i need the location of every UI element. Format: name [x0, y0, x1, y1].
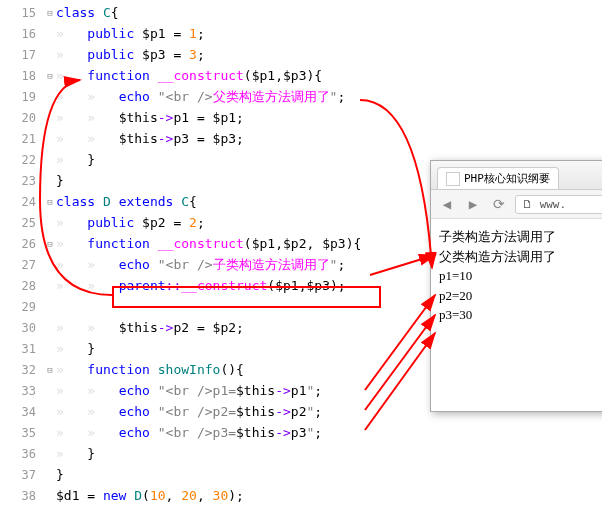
- code-content: class C{: [56, 5, 119, 20]
- code-line[interactable]: 36» }: [0, 443, 602, 464]
- code-content: » function showInfo(){: [56, 362, 244, 377]
- reload-button[interactable]: ⟳: [489, 194, 509, 214]
- line-number: 32: [0, 363, 44, 377]
- line-number: 36: [0, 447, 44, 461]
- fold-icon[interactable]: ⊟: [44, 365, 56, 375]
- line-number: 20: [0, 111, 44, 125]
- code-line[interactable]: 18⊟» function __construct($p1,$p3){: [0, 65, 602, 86]
- line-number: 17: [0, 48, 44, 62]
- code-content: » » parent::__construct($p1,$p3);: [56, 278, 346, 293]
- code-content: }: [56, 467, 64, 482]
- output-line: p2=20: [439, 286, 602, 306]
- code-line[interactable]: 16» public $p1 = 1;: [0, 23, 602, 44]
- code-line[interactable]: 17» public $p3 = 3;: [0, 44, 602, 65]
- line-number: 19: [0, 90, 44, 104]
- code-content: » }: [56, 446, 95, 461]
- line-number: 27: [0, 258, 44, 272]
- code-line[interactable]: 38$d1 = new D(10, 20, 30);: [0, 485, 602, 506]
- code-content: » public $p3 = 3;: [56, 47, 205, 62]
- tab-title: PHP核心知识纲要: [464, 171, 550, 186]
- fold-icon[interactable]: ⊟: [44, 71, 56, 81]
- line-number: 25: [0, 216, 44, 230]
- line-number: 16: [0, 27, 44, 41]
- code-content: }: [56, 173, 64, 188]
- forward-button[interactable]: ▶: [463, 194, 483, 214]
- line-number: 18: [0, 69, 44, 83]
- code-content: » }: [56, 341, 95, 356]
- code-content: » » echo "<br />p3=$this->p3";: [56, 425, 322, 440]
- url-input[interactable]: 🗋 www.: [515, 195, 602, 214]
- code-line[interactable]: 19» » echo "<br />父类构造方法调用了";: [0, 86, 602, 107]
- code-content: » » $this->p3 = $p3;: [56, 131, 244, 146]
- code-content: » function __construct($p1,$p3){: [56, 68, 322, 83]
- line-number: 33: [0, 384, 44, 398]
- code-content: » public $p1 = 1;: [56, 26, 205, 41]
- line-number: 30: [0, 321, 44, 335]
- back-button[interactable]: ◀: [437, 194, 457, 214]
- line-number: 31: [0, 342, 44, 356]
- output-line: p3=30: [439, 305, 602, 325]
- code-content: » public $p2 = 2;: [56, 215, 205, 230]
- code-line[interactable]: 15⊟class C{: [0, 2, 602, 23]
- fold-icon[interactable]: ⊟: [44, 197, 56, 207]
- fold-icon[interactable]: ⊟: [44, 239, 56, 249]
- code-line[interactable]: 21» » $this->p3 = $p3;: [0, 128, 602, 149]
- code-content: » » echo "<br />子类构造方法调用了";: [56, 256, 345, 274]
- fold-icon[interactable]: ⊟: [44, 8, 56, 18]
- code-content: » » echo "<br />p2=$this->p2";: [56, 404, 322, 419]
- line-number: 24: [0, 195, 44, 209]
- browser-content: 子类构造方法调用了父类构造方法调用了p1=10p2=20p3=30: [431, 219, 602, 333]
- line-number: 29: [0, 300, 44, 314]
- line-number: 37: [0, 468, 44, 482]
- code-content: » » echo "<br />父类构造方法调用了";: [56, 88, 345, 106]
- browser-tab[interactable]: PHP核心知识纲要: [437, 167, 559, 189]
- line-number: 28: [0, 279, 44, 293]
- code-line[interactable]: 20» » $this->p1 = $p1;: [0, 107, 602, 128]
- output-line: 子类构造方法调用了: [439, 227, 602, 247]
- code-line[interactable]: 35» » echo "<br />p3=$this->p3";: [0, 422, 602, 443]
- browser-tabbar: PHP核心知识纲要: [431, 161, 602, 190]
- line-number: 35: [0, 426, 44, 440]
- code-content: » » $this->p2 = $p2;: [56, 320, 244, 335]
- line-number: 34: [0, 405, 44, 419]
- code-content: » function __construct($p1,$p2, $p3){: [56, 236, 361, 251]
- code-line[interactable]: 37}: [0, 464, 602, 485]
- favicon-icon: [446, 172, 460, 186]
- line-number: 38: [0, 489, 44, 503]
- line-number: 21: [0, 132, 44, 146]
- code-content: » » $this->p1 = $p1;: [56, 110, 244, 125]
- code-content: $d1 = new D(10, 20, 30);: [56, 488, 244, 503]
- line-number: 15: [0, 6, 44, 20]
- output-line: 父类构造方法调用了: [439, 247, 602, 267]
- browser-window: PHP核心知识纲要 ◀ ▶ ⟳ 🗋 www. 子类构造方法调用了父类构造方法调用…: [430, 160, 602, 412]
- output-line: p1=10: [439, 266, 602, 286]
- file-icon: 🗋: [522, 198, 540, 211]
- line-number: 23: [0, 174, 44, 188]
- code-content: » }: [56, 152, 95, 167]
- line-number: 26: [0, 237, 44, 251]
- browser-toolbar: ◀ ▶ ⟳ 🗋 www.: [431, 190, 602, 219]
- code-content: class D extends C{: [56, 194, 197, 209]
- code-content: » » echo "<br />p1=$this->p1";: [56, 383, 322, 398]
- line-number: 22: [0, 153, 44, 167]
